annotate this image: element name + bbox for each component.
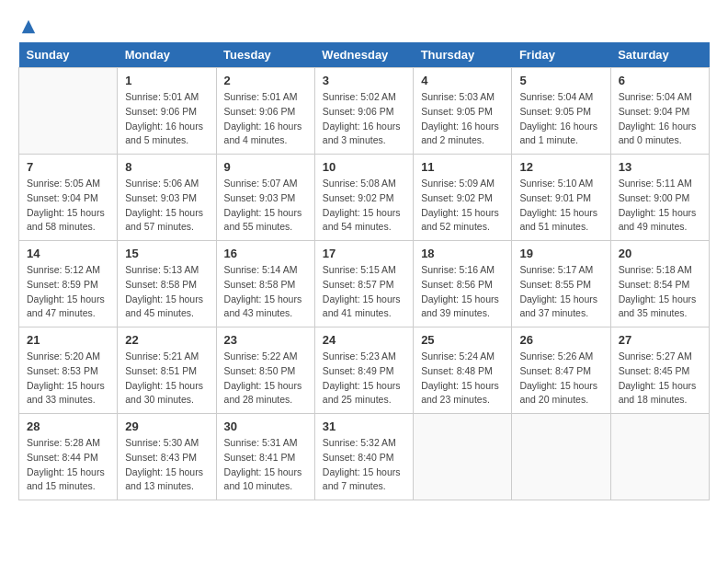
day-info: Sunrise: 5:09 AMSunset: 9:02 PMDaylight:…	[421, 177, 504, 235]
day-number: 8	[125, 160, 208, 174]
calendar-day-25: 25Sunrise: 5:24 AMSunset: 8:48 PMDayligh…	[414, 327, 512, 414]
calendar-day-3: 3Sunrise: 5:02 AMSunset: 9:06 PMDaylight…	[314, 68, 413, 155]
day-number: 7	[27, 160, 109, 174]
weekday-header-wednesday: Wednesday	[314, 42, 413, 68]
calendar-day-14: 14Sunrise: 5:12 AMSunset: 8:59 PMDayligh…	[19, 241, 118, 327]
calendar-day-8: 8Sunrise: 5:06 AMSunset: 9:03 PMDaylight…	[118, 155, 216, 241]
calendar-day-4: 4Sunrise: 5:03 AMSunset: 9:05 PMDaylight…	[414, 68, 512, 155]
day-number: 28	[27, 419, 109, 433]
day-number: 22	[125, 333, 208, 347]
day-info: Sunrise: 5:18 AMSunset: 8:54 PMDaylight:…	[619, 263, 701, 321]
calendar-day-23: 23Sunrise: 5:22 AMSunset: 8:50 PMDayligh…	[216, 327, 314, 414]
day-info: Sunrise: 5:03 AMSunset: 9:05 PMDaylight:…	[421, 90, 504, 148]
calendar-week-row: 7Sunrise: 5:05 AMSunset: 9:04 PMDaylight…	[19, 155, 710, 241]
day-number: 1	[125, 74, 208, 87]
calendar-day-17: 17Sunrise: 5:15 AMSunset: 8:57 PMDayligh…	[314, 241, 413, 327]
calendar-day-24: 24Sunrise: 5:23 AMSunset: 8:49 PMDayligh…	[314, 327, 413, 414]
calendar-day-15: 15Sunrise: 5:13 AMSunset: 8:58 PMDayligh…	[118, 241, 216, 327]
calendar-empty-cell	[414, 414, 512, 500]
weekday-header-tuesday: Tuesday	[216, 42, 314, 68]
page-header	[18, 18, 710, 33]
day-number: 18	[421, 247, 504, 260]
day-number: 19	[519, 247, 602, 260]
day-info: Sunrise: 5:20 AMSunset: 8:53 PMDaylight:…	[27, 350, 109, 408]
calendar-table: SundayMondayTuesdayWednesdayThursdayFrid…	[18, 42, 710, 500]
logo	[18, 18, 37, 33]
calendar-day-29: 29Sunrise: 5:30 AMSunset: 8:43 PMDayligh…	[118, 414, 216, 500]
day-number: 21	[27, 333, 109, 347]
day-info: Sunrise: 5:10 AMSunset: 9:01 PMDaylight:…	[519, 177, 602, 235]
calendar-week-row: 28Sunrise: 5:28 AMSunset: 8:44 PMDayligh…	[19, 414, 710, 500]
day-info: Sunrise: 5:02 AMSunset: 9:06 PMDaylight:…	[323, 90, 405, 148]
day-info: Sunrise: 5:16 AMSunset: 8:56 PMDaylight:…	[421, 263, 504, 321]
weekday-header-saturday: Saturday	[610, 42, 709, 68]
calendar-day-22: 22Sunrise: 5:21 AMSunset: 8:51 PMDayligh…	[118, 327, 216, 414]
calendar-day-5: 5Sunrise: 5:04 AMSunset: 9:05 PMDaylight…	[512, 68, 610, 155]
day-number: 13	[619, 160, 701, 174]
calendar-day-11: 11Sunrise: 5:09 AMSunset: 9:02 PMDayligh…	[414, 155, 512, 241]
day-number: 5	[519, 74, 602, 87]
day-number: 17	[323, 247, 405, 260]
calendar-week-row: 1Sunrise: 5:01 AMSunset: 9:06 PMDaylight…	[19, 68, 710, 155]
day-info: Sunrise: 5:08 AMSunset: 9:02 PMDaylight:…	[323, 177, 405, 235]
calendar-day-30: 30Sunrise: 5:31 AMSunset: 8:41 PMDayligh…	[216, 414, 314, 500]
day-info: Sunrise: 5:30 AMSunset: 8:43 PMDaylight:…	[125, 436, 208, 494]
day-info: Sunrise: 5:06 AMSunset: 9:03 PMDaylight:…	[125, 177, 208, 235]
calendar-empty-cell	[19, 68, 118, 155]
day-info: Sunrise: 5:13 AMSunset: 8:58 PMDaylight:…	[125, 263, 208, 321]
day-info: Sunrise: 5:07 AMSunset: 9:03 PMDaylight:…	[224, 177, 307, 235]
day-info: Sunrise: 5:31 AMSunset: 8:41 PMDaylight:…	[224, 436, 307, 494]
calendar-day-18: 18Sunrise: 5:16 AMSunset: 8:56 PMDayligh…	[414, 241, 512, 327]
day-info: Sunrise: 5:26 AMSunset: 8:47 PMDaylight:…	[519, 350, 602, 408]
day-number: 29	[125, 419, 208, 433]
calendar-day-6: 6Sunrise: 5:04 AMSunset: 9:04 PMDaylight…	[610, 68, 709, 155]
calendar-week-row: 21Sunrise: 5:20 AMSunset: 8:53 PMDayligh…	[19, 327, 710, 414]
day-info: Sunrise: 5:17 AMSunset: 8:55 PMDaylight:…	[519, 263, 602, 321]
day-info: Sunrise: 5:01 AMSunset: 9:06 PMDaylight:…	[224, 90, 307, 148]
day-number: 30	[224, 419, 307, 433]
logo-icon	[20, 18, 37, 35]
calendar-day-1: 1Sunrise: 5:01 AMSunset: 9:06 PMDaylight…	[118, 68, 216, 155]
day-number: 15	[125, 247, 208, 260]
day-info: Sunrise: 5:04 AMSunset: 9:04 PMDaylight:…	[619, 90, 701, 148]
weekday-header-monday: Monday	[118, 42, 216, 68]
calendar-day-12: 12Sunrise: 5:10 AMSunset: 9:01 PMDayligh…	[512, 155, 610, 241]
day-number: 25	[421, 333, 504, 347]
day-number: 3	[323, 74, 405, 87]
day-number: 6	[619, 74, 701, 87]
weekday-header-thursday: Thursday	[414, 42, 512, 68]
day-info: Sunrise: 5:11 AMSunset: 9:00 PMDaylight:…	[619, 177, 701, 235]
calendar-day-10: 10Sunrise: 5:08 AMSunset: 9:02 PMDayligh…	[314, 155, 413, 241]
day-info: Sunrise: 5:23 AMSunset: 8:49 PMDaylight:…	[323, 350, 405, 408]
calendar-day-20: 20Sunrise: 5:18 AMSunset: 8:54 PMDayligh…	[610, 241, 709, 327]
calendar-empty-cell	[610, 414, 709, 500]
day-number: 23	[224, 333, 307, 347]
day-number: 9	[224, 160, 307, 174]
calendar-day-27: 27Sunrise: 5:27 AMSunset: 8:45 PMDayligh…	[610, 327, 709, 414]
calendar-day-28: 28Sunrise: 5:28 AMSunset: 8:44 PMDayligh…	[19, 414, 118, 500]
weekday-header-friday: Friday	[512, 42, 610, 68]
calendar-day-21: 21Sunrise: 5:20 AMSunset: 8:53 PMDayligh…	[19, 327, 118, 414]
day-number: 31	[323, 419, 405, 433]
day-info: Sunrise: 5:14 AMSunset: 8:58 PMDaylight:…	[224, 263, 307, 321]
day-info: Sunrise: 5:28 AMSunset: 8:44 PMDaylight:…	[27, 436, 109, 494]
day-info: Sunrise: 5:01 AMSunset: 9:06 PMDaylight:…	[125, 90, 208, 148]
day-number: 24	[323, 333, 405, 347]
calendar-day-16: 16Sunrise: 5:14 AMSunset: 8:58 PMDayligh…	[216, 241, 314, 327]
day-info: Sunrise: 5:21 AMSunset: 8:51 PMDaylight:…	[125, 350, 208, 408]
svg-marker-0	[22, 20, 35, 33]
day-number: 16	[224, 247, 307, 260]
calendar-week-row: 14Sunrise: 5:12 AMSunset: 8:59 PMDayligh…	[19, 241, 710, 327]
calendar-day-13: 13Sunrise: 5:11 AMSunset: 9:00 PMDayligh…	[610, 155, 709, 241]
day-number: 12	[519, 160, 602, 174]
weekday-header-row: SundayMondayTuesdayWednesdayThursdayFrid…	[19, 42, 710, 68]
day-number: 26	[519, 333, 602, 347]
weekday-header-sunday: Sunday	[19, 42, 118, 68]
day-info: Sunrise: 5:32 AMSunset: 8:40 PMDaylight:…	[323, 436, 405, 494]
calendar-day-19: 19Sunrise: 5:17 AMSunset: 8:55 PMDayligh…	[512, 241, 610, 327]
calendar-day-7: 7Sunrise: 5:05 AMSunset: 9:04 PMDaylight…	[19, 155, 118, 241]
day-number: 27	[619, 333, 701, 347]
day-number: 2	[224, 74, 307, 87]
day-info: Sunrise: 5:04 AMSunset: 9:05 PMDaylight:…	[519, 90, 602, 148]
day-number: 20	[619, 247, 701, 260]
